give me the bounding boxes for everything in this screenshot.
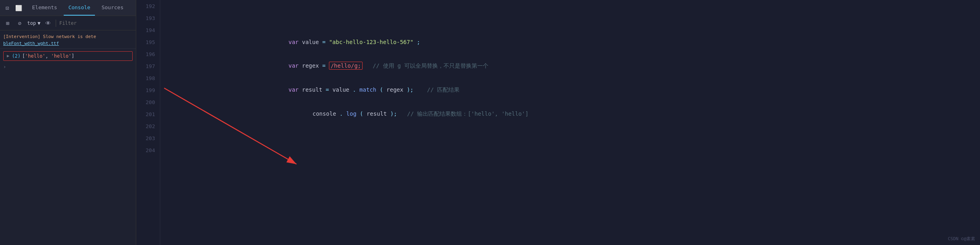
context-select[interactable]: top ▼ bbox=[27, 20, 40, 26]
sidebar-toggle-icon[interactable]: ⊞ bbox=[3, 19, 12, 28]
code-content: var value = "abc-hello-123-hello-567" ; … bbox=[160, 0, 980, 156]
code-panel: 192 193 194 195 196 197 198 199 200 201 … bbox=[136, 0, 980, 245]
toolbar-divider bbox=[56, 20, 56, 27]
comment-199: // 匹配结果 bbox=[417, 86, 460, 93]
code-line-192 bbox=[168, 0, 980, 12]
eye-icon[interactable]: 👁 bbox=[44, 19, 52, 28]
comment-197: // 使用 g 可以全局替换，不只是替换第一个 bbox=[366, 62, 488, 69]
line-numbers: 192 193 194 195 196 197 198 199 200 201 … bbox=[136, 0, 160, 245]
expand-arrow[interactable]: ▶ bbox=[7, 53, 10, 58]
code-line-195: var value = "abc-hello-123-hello-567" ; bbox=[168, 36, 980, 48]
font-link[interactable]: bleFont_wdth_wght.ttf bbox=[3, 41, 59, 46]
var-result: result bbox=[302, 86, 326, 93]
line-num-202: 202 bbox=[136, 120, 160, 132]
kw-var-199: var bbox=[288, 86, 298, 93]
kw-var-197: var bbox=[288, 62, 298, 69]
clear-console-icon[interactable]: ⊘ bbox=[15, 19, 24, 28]
tab-sources[interactable]: Sources bbox=[97, 0, 128, 16]
code-wrapper: var value = "abc-hello-123-hello-567" ; … bbox=[160, 0, 980, 245]
result-count: (2) bbox=[12, 53, 21, 59]
var-regex: regex bbox=[302, 62, 323, 69]
method-match: match bbox=[359, 86, 376, 93]
paren-open-201: ( bbox=[360, 110, 363, 117]
line-num-201: 201 bbox=[136, 108, 160, 120]
code-line-200 bbox=[168, 96, 980, 108]
dot-199: . bbox=[353, 86, 356, 93]
result-ref: result bbox=[367, 110, 387, 117]
dot-201: . bbox=[339, 110, 343, 117]
intervention-message: [Intervention] Slow network is dete bleF… bbox=[0, 32, 136, 49]
line-num-195: 195 bbox=[136, 36, 160, 48]
code-line-193 bbox=[168, 12, 980, 24]
result-array: ['hello', 'hello'] bbox=[22, 53, 74, 59]
paren-close-201: ); bbox=[390, 110, 397, 117]
device-icon[interactable]: ⬜ bbox=[14, 4, 22, 12]
str-value: "abc-hello-123-hello-567" bbox=[329, 39, 413, 45]
watermark: CSDN ©@素素 bbox=[948, 236, 975, 242]
prompt-icon[interactable]: › bbox=[3, 64, 6, 70]
code-line-203 bbox=[168, 132, 980, 144]
code-line-194 bbox=[168, 24, 980, 36]
line-num-203: 203 bbox=[136, 132, 160, 144]
value-ref: value bbox=[333, 86, 349, 93]
regex-ref: regex bbox=[387, 86, 403, 93]
kw-var-195: var bbox=[288, 39, 298, 45]
paren-open-199: ( bbox=[380, 86, 383, 93]
comment-201: // 输出匹配结果数组：['hello', 'hello'] bbox=[400, 110, 528, 117]
code-line-204 bbox=[168, 144, 980, 156]
line-num-199: 199 bbox=[136, 84, 160, 96]
dropdown-arrow-icon: ▼ bbox=[38, 20, 40, 26]
line-num-194: 194 bbox=[136, 24, 160, 36]
op-eq-197: = bbox=[322, 62, 325, 69]
tab-console[interactable]: Console bbox=[64, 0, 95, 16]
regex-literal: /hello/g; bbox=[329, 62, 363, 70]
line-num-204: 204 bbox=[136, 144, 160, 156]
tab-icon-group: ⊡ ⬜ bbox=[3, 4, 22, 12]
line-num-198: 198 bbox=[136, 72, 160, 84]
console-ref: console bbox=[313, 110, 336, 117]
line-num-192: 192 bbox=[136, 0, 160, 12]
line-num-200: 200 bbox=[136, 96, 160, 108]
code-line-201: console . log ( result ); // 输出匹配结果数组：['… bbox=[168, 108, 980, 120]
devtools-panel: ⊡ ⬜ Elements Console Sources ⊞ ⊘ top ▼ 👁… bbox=[0, 0, 136, 245]
line-num-197: 197 bbox=[136, 60, 160, 72]
method-log: log bbox=[346, 110, 356, 117]
filter-input[interactable] bbox=[59, 20, 133, 26]
paren-close-199: ); bbox=[407, 86, 413, 93]
op-eq-195: = bbox=[322, 39, 325, 45]
line-num-193: 193 bbox=[136, 12, 160, 24]
semi-195: ; bbox=[417, 39, 420, 45]
code-line-197: var regex = /hello/g; // 使用 g 可以全局替换，不只是… bbox=[168, 60, 980, 72]
code-line-199: var result = value . match ( regex ); //… bbox=[168, 84, 980, 96]
console-result-item[interactable]: ▶ (2) ['hello', 'hello'] bbox=[3, 51, 133, 61]
inspect-icon[interactable]: ⊡ bbox=[3, 4, 11, 12]
console-empty: › bbox=[0, 63, 136, 70]
tab-elements[interactable]: Elements bbox=[27, 0, 62, 16]
result-item-2: 'hello' bbox=[51, 53, 72, 59]
var-value: value bbox=[302, 39, 323, 45]
code-line-202 bbox=[168, 120, 980, 132]
devtools-tabs: ⊡ ⬜ Elements Console Sources bbox=[0, 0, 136, 16]
console-content: [Intervention] Slow network is dete bleF… bbox=[0, 30, 136, 245]
console-toolbar: ⊞ ⊘ top ▼ 👁 bbox=[0, 16, 136, 30]
result-item-1: 'hello' bbox=[25, 53, 46, 59]
code-line-198 bbox=[168, 72, 980, 84]
code-line-196 bbox=[168, 48, 980, 60]
code-editor: 192 193 194 195 196 197 198 199 200 201 … bbox=[136, 0, 980, 245]
line-num-196: 196 bbox=[136, 48, 160, 60]
op-eq-199: = bbox=[326, 86, 329, 93]
